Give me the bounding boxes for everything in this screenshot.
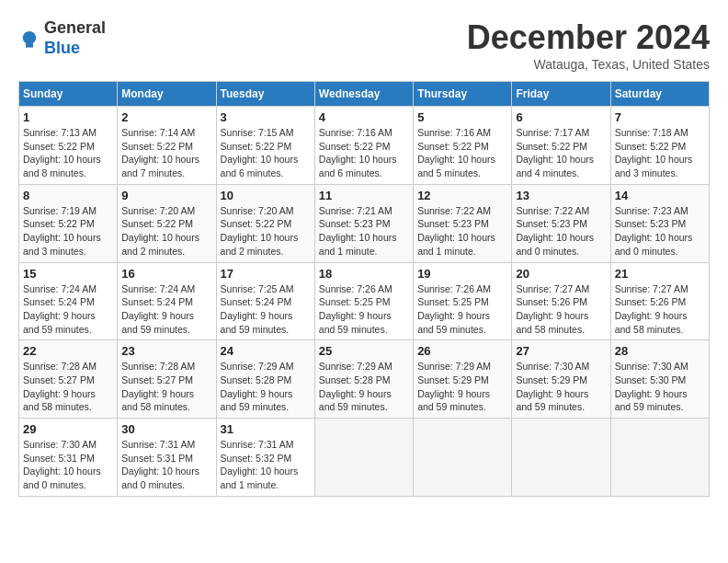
day-number: 9	[121, 189, 211, 202]
day-info: Sunrise: 7:31 AM Sunset: 5:31 PM Dayligh…	[121, 438, 211, 492]
day-info: Sunrise: 7:14 AM Sunset: 5:22 PM Dayligh…	[121, 126, 211, 180]
location-text: Watauga, Texas, United States	[467, 57, 710, 72]
calendar-day-cell: 19Sunrise: 7:26 AM Sunset: 5:25 PM Dayli…	[414, 262, 512, 340]
day-number: 13	[516, 189, 606, 202]
calendar-week-row: 1Sunrise: 7:13 AM Sunset: 5:22 PM Daylig…	[19, 107, 710, 185]
day-number: 20	[516, 267, 606, 281]
day-info: Sunrise: 7:22 AM Sunset: 5:23 PM Dayligh…	[417, 204, 507, 259]
calendar-day-cell: 8Sunrise: 7:19 AM Sunset: 5:22 PM Daylig…	[19, 184, 118, 262]
calendar-day-cell	[512, 419, 610, 497]
day-number: 3	[221, 110, 311, 124]
calendar-day-cell: 7Sunrise: 7:18 AM Sunset: 5:22 PM Daylig…	[610, 107, 709, 185]
day-info: Sunrise: 7:27 AM Sunset: 5:26 PM Dayligh…	[615, 282, 705, 337]
weekday-header-monday: Monday	[118, 82, 216, 107]
calendar-day-cell: 18Sunrise: 7:26 AM Sunset: 5:25 PM Dayli…	[314, 262, 413, 340]
calendar-day-cell: 3Sunrise: 7:15 AM Sunset: 5:22 PM Daylig…	[216, 107, 314, 185]
calendar-week-row: 8Sunrise: 7:19 AM Sunset: 5:22 PM Daylig…	[19, 184, 710, 262]
calendar-day-cell: 25Sunrise: 7:29 AM Sunset: 5:28 PM Dayli…	[314, 340, 413, 419]
day-number: 6	[516, 110, 606, 124]
calendar-day-cell: 31Sunrise: 7:31 AM Sunset: 5:32 PM Dayli…	[216, 419, 314, 497]
day-number: 30	[121, 422, 211, 436]
day-number: 26	[417, 344, 507, 358]
day-info: Sunrise: 7:19 AM Sunset: 5:22 PM Dayligh…	[23, 204, 113, 259]
day-info: Sunrise: 7:25 AM Sunset: 5:24 PM Dayligh…	[221, 282, 311, 337]
svg-rect-0	[26, 46, 33, 48]
weekday-header-thursday: Thursday	[414, 82, 512, 107]
day-info: Sunrise: 7:21 AM Sunset: 5:23 PM Dayligh…	[319, 204, 409, 259]
calendar-day-cell: 10Sunrise: 7:20 AM Sunset: 5:22 PM Dayli…	[216, 184, 314, 262]
day-info: Sunrise: 7:18 AM Sunset: 5:22 PM Dayligh…	[615, 126, 705, 180]
day-info: Sunrise: 7:16 AM Sunset: 5:22 PM Dayligh…	[417, 126, 507, 180]
day-info: Sunrise: 7:16 AM Sunset: 5:22 PM Dayligh…	[319, 126, 409, 180]
day-info: Sunrise: 7:28 AM Sunset: 5:27 PM Dayligh…	[23, 360, 113, 414]
logo-general-text: General	[44, 18, 106, 37]
day-number: 24	[221, 344, 311, 358]
page-header: General Blue December 2024 Watauga, Texa…	[18, 18, 710, 72]
title-block: December 2024 Watauga, Texas, United Sta…	[467, 18, 710, 72]
day-number: 21	[615, 267, 705, 281]
day-info: Sunrise: 7:24 AM Sunset: 5:24 PM Dayligh…	[23, 282, 113, 337]
day-number: 23	[121, 344, 211, 358]
day-number: 2	[121, 110, 211, 124]
calendar-table: SundayMondayTuesdayWednesdayThursdayFrid…	[18, 81, 710, 497]
calendar-day-cell: 5Sunrise: 7:16 AM Sunset: 5:22 PM Daylig…	[414, 107, 512, 185]
logo-icon	[18, 28, 40, 50]
day-info: Sunrise: 7:23 AM Sunset: 5:23 PM Dayligh…	[615, 204, 705, 259]
calendar-day-cell: 12Sunrise: 7:22 AM Sunset: 5:23 PM Dayli…	[414, 184, 512, 262]
day-number: 14	[615, 189, 705, 202]
day-number: 11	[319, 189, 409, 202]
calendar-day-cell: 17Sunrise: 7:25 AM Sunset: 5:24 PM Dayli…	[216, 262, 314, 340]
calendar-day-cell: 15Sunrise: 7:24 AM Sunset: 5:24 PM Dayli…	[19, 262, 118, 340]
day-info: Sunrise: 7:26 AM Sunset: 5:25 PM Dayligh…	[417, 282, 507, 337]
month-title: December 2024	[467, 18, 710, 57]
calendar-day-cell: 2Sunrise: 7:14 AM Sunset: 5:22 PM Daylig…	[118, 107, 216, 185]
day-number: 8	[23, 189, 113, 202]
day-number: 1	[23, 110, 113, 124]
calendar-day-cell: 30Sunrise: 7:31 AM Sunset: 5:31 PM Dayli…	[118, 419, 216, 497]
day-number: 22	[23, 344, 113, 358]
day-number: 5	[417, 110, 507, 124]
calendar-week-row: 29Sunrise: 7:30 AM Sunset: 5:31 PM Dayli…	[19, 419, 710, 497]
day-info: Sunrise: 7:29 AM Sunset: 5:28 PM Dayligh…	[319, 360, 409, 414]
day-info: Sunrise: 7:22 AM Sunset: 5:23 PM Dayligh…	[516, 204, 606, 259]
day-number: 16	[121, 267, 211, 281]
weekday-header-tuesday: Tuesday	[216, 82, 314, 107]
day-info: Sunrise: 7:28 AM Sunset: 5:27 PM Dayligh…	[121, 360, 211, 414]
day-number: 29	[23, 422, 113, 436]
calendar-day-cell: 29Sunrise: 7:30 AM Sunset: 5:31 PM Dayli…	[19, 419, 118, 497]
calendar-day-cell: 22Sunrise: 7:28 AM Sunset: 5:27 PM Dayli…	[19, 340, 118, 419]
day-info: Sunrise: 7:29 AM Sunset: 5:28 PM Dayligh…	[221, 360, 311, 414]
day-number: 4	[319, 110, 409, 124]
calendar-day-cell: 24Sunrise: 7:29 AM Sunset: 5:28 PM Dayli…	[216, 340, 314, 419]
calendar-day-cell	[610, 419, 709, 497]
day-info: Sunrise: 7:20 AM Sunset: 5:22 PM Dayligh…	[221, 204, 311, 259]
calendar-week-row: 22Sunrise: 7:28 AM Sunset: 5:27 PM Dayli…	[19, 340, 710, 419]
day-info: Sunrise: 7:30 AM Sunset: 5:30 PM Dayligh…	[615, 360, 705, 414]
day-number: 12	[417, 189, 507, 202]
weekday-header-friday: Friday	[512, 82, 610, 107]
calendar-day-cell	[314, 419, 413, 497]
calendar-day-cell: 13Sunrise: 7:22 AM Sunset: 5:23 PM Dayli…	[512, 184, 610, 262]
day-info: Sunrise: 7:24 AM Sunset: 5:24 PM Dayligh…	[121, 282, 211, 337]
day-info: Sunrise: 7:30 AM Sunset: 5:29 PM Dayligh…	[516, 360, 606, 414]
day-number: 10	[221, 189, 311, 202]
logo: General Blue	[18, 18, 106, 58]
calendar-day-cell: 28Sunrise: 7:30 AM Sunset: 5:30 PM Dayli…	[610, 340, 709, 419]
day-info: Sunrise: 7:30 AM Sunset: 5:31 PM Dayligh…	[23, 438, 113, 492]
calendar-day-cell: 4Sunrise: 7:16 AM Sunset: 5:22 PM Daylig…	[314, 107, 413, 185]
day-info: Sunrise: 7:27 AM Sunset: 5:26 PM Dayligh…	[516, 282, 606, 337]
day-number: 7	[615, 110, 705, 124]
logo-blue-text: Blue	[44, 39, 80, 57]
calendar-day-cell	[414, 419, 512, 497]
day-number: 19	[417, 267, 507, 281]
calendar-day-cell: 26Sunrise: 7:29 AM Sunset: 5:29 PM Dayli…	[414, 340, 512, 419]
calendar-day-cell: 23Sunrise: 7:28 AM Sunset: 5:27 PM Dayli…	[118, 340, 216, 419]
calendar-day-cell: 16Sunrise: 7:24 AM Sunset: 5:24 PM Dayli…	[118, 262, 216, 340]
weekday-header-row: SundayMondayTuesdayWednesdayThursdayFrid…	[19, 82, 710, 107]
calendar-day-cell: 21Sunrise: 7:27 AM Sunset: 5:26 PM Dayli…	[610, 262, 709, 340]
calendar-day-cell: 14Sunrise: 7:23 AM Sunset: 5:23 PM Dayli…	[610, 184, 709, 262]
day-number: 31	[221, 422, 311, 436]
calendar-day-cell: 11Sunrise: 7:21 AM Sunset: 5:23 PM Dayli…	[314, 184, 413, 262]
calendar-day-cell: 9Sunrise: 7:20 AM Sunset: 5:22 PM Daylig…	[118, 184, 216, 262]
day-number: 18	[319, 267, 409, 281]
